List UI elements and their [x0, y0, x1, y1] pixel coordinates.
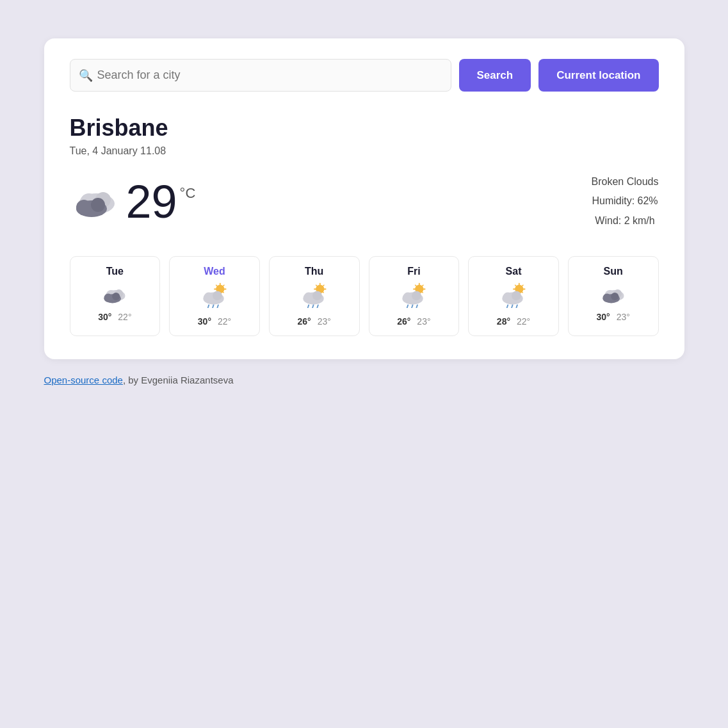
search-input-wrapper: 🔍: [70, 59, 451, 92]
forecast-temps: 26°23°: [298, 316, 331, 327]
city-search-input[interactable]: [70, 59, 451, 92]
svg-point-22: [213, 291, 222, 301]
current-weather-icon: [70, 179, 121, 224]
svg-point-5: [91, 198, 105, 212]
humidity-text: Humidity: 62%: [592, 191, 659, 211]
svg-line-59: [515, 285, 517, 286]
forecast-row: Tue 30°22°Wed 30°22°Thu: [70, 256, 659, 336]
svg-point-63: [503, 293, 513, 303]
svg-line-25: [217, 305, 218, 308]
forecast-card: Tue 30°22°: [70, 256, 161, 336]
forecast-temp-high: 28°: [497, 316, 510, 327]
app-wrapper: 🔍 Search Current location Brisbane Tue, …: [44, 38, 684, 385]
svg-line-47: [423, 285, 424, 286]
svg-line-67: [516, 305, 517, 308]
temperature-display: 29 °C: [126, 179, 196, 225]
forecast-day-label: Sat: [506, 266, 522, 277]
weather-details: Broken Clouds Humidity: 62% Wind: 2 km/h: [592, 172, 659, 231]
svg-point-11: [112, 293, 120, 300]
svg-point-10: [104, 294, 113, 302]
search-row: 🔍 Search Current location: [70, 59, 659, 92]
svg-line-37: [307, 305, 308, 308]
svg-line-51: [407, 305, 408, 308]
forecast-temp-high: 30°: [198, 316, 211, 327]
date-time: Tue, 4 January 11.08: [70, 145, 659, 157]
footer: Open-source code, by Evgeniia Riazantsev…: [44, 375, 684, 385]
forecast-icon: [400, 282, 428, 311]
svg-line-19: [223, 285, 224, 286]
current-location-button[interactable]: Current location: [538, 59, 658, 92]
forecast-icon: [599, 282, 627, 307]
forecast-icon: [499, 282, 528, 311]
svg-line-53: [417, 305, 417, 308]
svg-point-4: [76, 200, 92, 215]
forecast-day-label: Wed: [204, 266, 225, 277]
svg-line-39: [317, 305, 318, 308]
svg-line-17: [216, 285, 218, 286]
forecast-temp-low: 23°: [318, 316, 331, 327]
svg-point-36: [312, 291, 322, 301]
forecast-temp-high: 30°: [98, 312, 111, 322]
forecast-temps: 30°22°: [98, 312, 131, 322]
temperature-value: 29: [126, 179, 177, 225]
forecast-temp-low: 22°: [218, 316, 231, 327]
forecast-temp-low: 22°: [118, 312, 131, 322]
open-source-link[interactable]: Open-source code: [44, 375, 123, 385]
condition-text: Broken Clouds: [592, 172, 659, 191]
forecast-temp-high: 26°: [397, 316, 410, 327]
svg-line-65: [507, 305, 508, 308]
forecast-card: Thu 26°23°: [269, 256, 360, 336]
svg-line-23: [208, 305, 209, 308]
forecast-temp-low: 23°: [617, 312, 630, 322]
forecast-temps: 26°23°: [397, 316, 430, 327]
svg-line-33: [323, 285, 324, 286]
svg-point-64: [512, 291, 521, 301]
search-button[interactable]: Search: [459, 59, 531, 92]
forecast-day-label: Thu: [305, 266, 323, 277]
svg-line-24: [213, 305, 213, 308]
forecast-icon: [101, 282, 129, 307]
svg-point-73: [611, 293, 619, 300]
svg-line-38: [312, 305, 313, 308]
footer-attribution: , by Evgeniia Riazantseva: [123, 375, 234, 385]
temperature-unit: °C: [180, 185, 196, 202]
forecast-icon: [200, 282, 229, 311]
forecast-day-label: Fri: [407, 266, 420, 277]
svg-line-45: [416, 285, 417, 286]
svg-line-66: [512, 305, 512, 308]
forecast-card: Wed 30°22°: [169, 256, 260, 336]
city-name: Brisbane: [70, 115, 659, 142]
wind-text: Wind: 2 km/h: [592, 211, 659, 231]
svg-line-52: [412, 305, 412, 308]
forecast-card: Sat 28°22°: [468, 256, 559, 336]
forecast-day-label: Sun: [604, 266, 623, 277]
svg-point-49: [403, 293, 413, 303]
forecast-temp-low: 22°: [517, 316, 530, 327]
forecast-icon: [300, 282, 328, 311]
svg-line-31: [316, 285, 317, 286]
forecast-card: Fri 26°23°: [369, 256, 460, 336]
svg-point-50: [412, 291, 421, 301]
svg-point-72: [603, 294, 611, 302]
weather-left: 29 °C: [70, 179, 592, 225]
svg-point-35: [303, 293, 314, 303]
forecast-temp-high: 26°: [298, 316, 311, 327]
forecast-temp-high: 30°: [597, 312, 610, 322]
forecast-temp-low: 23°: [417, 316, 430, 327]
forecast-temps: 28°22°: [497, 316, 530, 327]
forecast-card: Sun 30°23°: [568, 256, 659, 336]
svg-line-61: [522, 285, 523, 286]
forecast-temps: 30°23°: [597, 312, 630, 322]
main-card: 🔍 Search Current location Brisbane Tue, …: [44, 38, 684, 359]
forecast-day-label: Tue: [106, 266, 124, 277]
current-weather: 29 °C Broken Clouds Humidity: 62% Wind: …: [70, 172, 659, 231]
forecast-temps: 30°22°: [198, 316, 231, 327]
search-icon: 🔍: [79, 69, 93, 83]
svg-point-21: [204, 293, 214, 303]
